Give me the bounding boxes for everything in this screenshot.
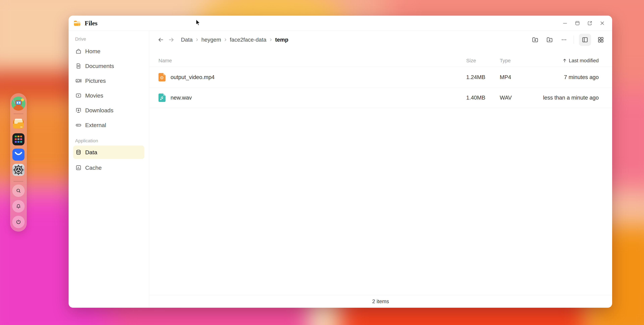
sidebar-item-label: External: [85, 122, 106, 128]
table-header: Name Size Type Last modified: [149, 49, 612, 67]
back-button[interactable]: [157, 36, 164, 44]
new-folder-button[interactable]: [545, 35, 554, 45]
list-view-button[interactable]: [579, 34, 591, 46]
file-name: new.wav: [170, 95, 192, 101]
sidebar-item-downloads[interactable]: Downloads: [68, 103, 149, 118]
chevron-right-icon: ›: [194, 36, 200, 43]
file-name: output_video.mp4: [170, 74, 214, 80]
grid-view-button[interactable]: [596, 35, 606, 45]
column-header-label: Last modified: [569, 58, 599, 64]
sidebar-item-label: Documents: [85, 63, 114, 69]
movies-icon: [75, 92, 82, 99]
sidebar-item-documents[interactable]: Documents: [68, 59, 149, 73]
audio-file-icon: [158, 94, 166, 102]
chevron-right-icon: ›: [223, 36, 228, 43]
breadcrumb-item-data[interactable]: Data: [179, 36, 194, 44]
home-icon: [75, 48, 82, 55]
sidebar-item-pictures[interactable]: Pictures: [68, 73, 149, 88]
open-in-new-icon: [587, 20, 593, 26]
dock-divider: [14, 181, 23, 181]
list-view-icon: [582, 36, 588, 43]
file-size: 1.40MB: [466, 95, 500, 101]
sort-arrow-up-icon: [562, 58, 567, 63]
file-type: MP4: [500, 74, 538, 80]
file-size: 1.24MB: [466, 74, 500, 80]
column-header-type[interactable]: Type: [500, 58, 538, 64]
search-icon: [16, 188, 22, 194]
notifications-button[interactable]: [12, 200, 25, 212]
status-bar: 2 items: [149, 295, 612, 308]
launcher-icon[interactable]: [12, 132, 26, 146]
video-file-icon: [158, 73, 166, 81]
arrow-right-icon: [168, 37, 174, 43]
sidebar-item-label: Pictures: [85, 78, 106, 84]
pictures-icon: [75, 77, 82, 84]
assistant-avatar-icon[interactable]: [12, 97, 26, 111]
grid-view-icon: [597, 36, 604, 43]
sidebar-section-label: Application: [75, 138, 149, 144]
dock: [10, 93, 27, 231]
arrow-left-icon: [158, 37, 164, 43]
sidebar: Drive Home Documents: [68, 31, 149, 308]
database-icon: [75, 149, 82, 156]
file-list: output_video.mp4 1.24MB MP4 7 minutes ag…: [149, 67, 612, 295]
search-button[interactable]: [12, 184, 25, 197]
minimize-button[interactable]: [561, 19, 569, 27]
file-modified: less than a minute ago: [538, 95, 599, 101]
document-icon: [75, 63, 82, 69]
breadcrumb-item-heygem[interactable]: heygem: [200, 36, 223, 44]
file-row-new-wav[interactable]: new.wav 1.40MB WAV less than a minute ag…: [149, 88, 612, 108]
sidebar-item-label: Home: [85, 48, 100, 55]
sidebar-item-label: Movies: [85, 92, 103, 99]
file-type: WAV: [500, 95, 538, 101]
sidebar-item-home[interactable]: Home: [68, 44, 149, 59]
power-icon: [16, 219, 22, 225]
maximize-button[interactable]: [574, 19, 581, 27]
sidebar-item-label: Downloads: [85, 107, 113, 114]
desktop: Files Drive: [0, 0, 644, 325]
column-header-last-modified[interactable]: Last modified: [538, 58, 599, 64]
forward-button[interactable]: [168, 36, 175, 44]
dock-divider: [14, 114, 23, 114]
more-icon: [560, 36, 568, 43]
toolbar-divider: [574, 36, 574, 44]
folder-plus-icon: [546, 36, 553, 43]
sidebar-item-movies[interactable]: Movies: [68, 88, 149, 103]
folder-icon: [73, 19, 81, 27]
item-count: 2 items: [372, 298, 389, 304]
close-icon: [600, 20, 605, 26]
sidebar-section-label: Drive: [75, 36, 149, 43]
power-button[interactable]: [12, 216, 25, 228]
titlebar[interactable]: Files: [68, 16, 612, 31]
chevron-right-icon: ›: [268, 36, 273, 43]
window-title: Files: [85, 20, 98, 27]
sidebar-item-cache[interactable]: Cache: [68, 160, 149, 175]
files-app-icon[interactable]: [12, 117, 26, 131]
breadcrumb-item-temp: temp: [273, 36, 290, 44]
file-row-output-video[interactable]: output_video.mp4 1.24MB MP4 7 minutes ag…: [149, 67, 612, 88]
main-content: Data › heygem › face2face-data › temp: [149, 31, 612, 308]
minimize-icon: [562, 20, 568, 26]
sidebar-item-data[interactable]: Data: [73, 146, 144, 159]
file-modified: 7 minutes ago: [538, 74, 599, 80]
breadcrumb-item-face2face-data[interactable]: face2face-data: [228, 36, 268, 44]
downloads-icon: [75, 107, 82, 114]
folder-upload-icon: [532, 36, 539, 43]
breadcrumb: Data › heygem › face2face-data › temp: [179, 36, 290, 44]
sidebar-item-external[interactable]: External: [68, 118, 149, 132]
bell-icon: [16, 203, 22, 209]
close-button[interactable]: [598, 19, 606, 27]
upload-folder-button[interactable]: [530, 35, 540, 45]
cache-icon: [75, 164, 82, 171]
sidebar-item-label: Data: [85, 149, 97, 156]
more-button[interactable]: [559, 35, 569, 45]
sidebar-item-label: Cache: [85, 165, 102, 171]
app-store-icon[interactable]: [12, 148, 26, 162]
column-header-size[interactable]: Size: [466, 58, 500, 64]
mouse-cursor: [194, 19, 202, 26]
settings-icon[interactable]: [12, 163, 26, 177]
column-header-name[interactable]: Name: [158, 58, 466, 64]
external-drive-icon: [75, 122, 82, 128]
detach-button[interactable]: [586, 19, 594, 27]
files-window: Files Drive: [68, 16, 612, 308]
